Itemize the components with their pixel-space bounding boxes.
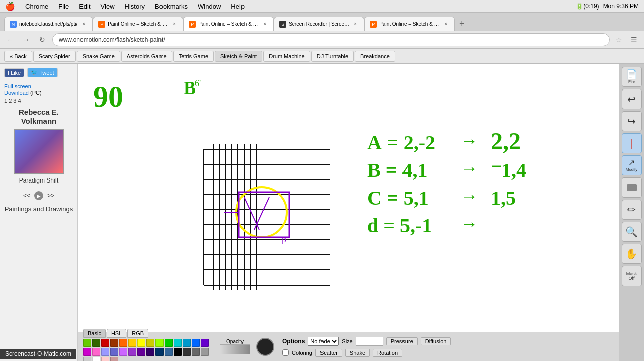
color-swatch[interactable]: [101, 348, 109, 356]
color-swatch[interactable]: [83, 357, 91, 362]
facebook-like-button[interactable]: f Like: [4, 68, 24, 77]
color-swatch[interactable]: [192, 339, 200, 347]
tool-undo[interactable]: ↩: [622, 89, 642, 109]
color-swatch[interactable]: [137, 339, 145, 347]
size-input[interactable]: [356, 337, 383, 346]
tool-file[interactable]: 📄 File: [622, 67, 642, 87]
menu-window[interactable]: Window: [193, 0, 226, 12]
diffusion-button[interactable]: Diffusion: [421, 337, 451, 345]
tab-1-close[interactable]: ×: [80, 21, 87, 28]
tool-modify[interactable]: ↗ Modify: [622, 155, 642, 175]
color-swatch[interactable]: [92, 357, 100, 362]
canvas-area[interactable]: Basic HSL RGB Opacity Options: [78, 64, 619, 361]
color-swatch[interactable]: [183, 339, 191, 347]
color-swatch[interactable]: [174, 348, 182, 356]
coloring-checkbox[interactable]: [282, 349, 289, 356]
menu-help[interactable]: Help: [226, 0, 250, 12]
forward-button[interactable]: →: [20, 34, 32, 46]
tab-3[interactable]: P Paint Online – Sketch & P... ×: [183, 17, 274, 31]
back-button[interactable]: ←: [4, 34, 16, 46]
new-tab-button[interactable]: +: [455, 17, 469, 31]
tab-5-close[interactable]: ×: [442, 21, 449, 28]
bookmark-dj-turntable[interactable]: DJ Turntable: [311, 51, 354, 62]
refresh-button[interactable]: ↻: [36, 34, 48, 46]
color-swatch[interactable]: [83, 339, 91, 347]
bookmark-breakdance[interactable]: Breakdance: [355, 51, 395, 62]
color-swatch[interactable]: [146, 348, 154, 356]
color-swatch[interactable]: [165, 348, 173, 356]
rotation-button[interactable]: Rotation: [373, 349, 403, 357]
tab-5[interactable]: P Paint Online – Sketch & P... ×: [364, 17, 455, 31]
shake-button[interactable]: Shake: [345, 349, 370, 357]
prev-button[interactable]: <<: [21, 191, 32, 200]
current-color-box[interactable]: [256, 338, 274, 356]
menu-history[interactable]: History: [120, 0, 150, 12]
url-bar-input[interactable]: www.onemotion.com/flash/sketch-paint/: [52, 33, 610, 46]
tab-1[interactable]: N notebook.lausd.net/pls/pti/ ×: [4, 17, 93, 31]
tool-pen[interactable]: ✏: [622, 200, 642, 220]
menu-file[interactable]: File: [53, 0, 74, 12]
tool-hand[interactable]: ✋: [622, 244, 642, 264]
bookmark-scary-spider[interactable]: Scary Spider: [33, 51, 76, 62]
bookmark-snake-game[interactable]: Snake Game: [77, 51, 120, 62]
tab-4[interactable]: S Screen Recorder | Screenc... ×: [274, 17, 364, 31]
color-swatch[interactable]: [201, 339, 209, 347]
color-swatch[interactable]: [146, 339, 154, 347]
download-link[interactable]: Download: [4, 89, 29, 96]
color-swatch[interactable]: [137, 348, 145, 356]
color-swatch[interactable]: [128, 348, 136, 356]
color-swatch[interactable]: [101, 357, 109, 362]
fade-select[interactable]: No fade Linear Radial: [308, 337, 339, 346]
color-swatch[interactable]: [110, 339, 118, 347]
scatter-button[interactable]: Scatter: [315, 349, 342, 357]
color-swatch[interactable]: [128, 339, 136, 347]
color-swatch[interactable]: [119, 348, 127, 356]
tab-hsl[interactable]: HSL: [107, 329, 126, 338]
menu-view[interactable]: View: [96, 0, 120, 12]
color-swatch[interactable]: [110, 357, 118, 362]
bookmark-asteroids[interactable]: Asteroids Game: [121, 51, 172, 62]
drawing-canvas[interactable]: [78, 64, 619, 361]
tool-mask[interactable]: MaskOff: [622, 266, 642, 286]
bookmark-sketch-paint[interactable]: Sketch & Paint: [215, 51, 262, 62]
tab-rgb[interactable]: RGB: [127, 329, 148, 338]
color-swatch[interactable]: [155, 348, 164, 356]
apple-menu[interactable]: 🍎: [0, 2, 20, 11]
color-swatch[interactable]: [201, 348, 209, 356]
color-swatch[interactable]: [165, 339, 173, 347]
tool-zoom[interactable]: 🔍: [622, 222, 642, 242]
play-button[interactable]: ▶: [34, 191, 43, 200]
color-swatch[interactable]: [174, 339, 182, 347]
color-swatch[interactable]: [92, 339, 100, 347]
next-button[interactable]: >>: [45, 191, 56, 200]
bookmark-drum-machine[interactable]: Drum Machine: [263, 51, 310, 62]
tab-2[interactable]: P Paint Online – Sketch & P... ×: [93, 17, 183, 31]
tab-2-close[interactable]: ×: [171, 21, 178, 28]
menu-chrome[interactable]: Chrome: [20, 0, 53, 12]
bookmark-back[interactable]: « Back: [4, 51, 32, 62]
color-swatch[interactable]: [119, 339, 127, 347]
user-thumbnail[interactable]: [14, 129, 64, 174]
color-swatch[interactable]: [83, 348, 91, 356]
settings-button[interactable]: ☰: [628, 34, 640, 46]
color-swatch[interactable]: [183, 348, 191, 356]
color-swatch[interactable]: [92, 348, 100, 356]
tool-redo[interactable]: ↪: [622, 111, 642, 131]
opacity-slider[interactable]: [220, 344, 250, 354]
bookmark-star[interactable]: ☆: [614, 36, 624, 44]
pressure-button[interactable]: Pressure: [386, 337, 418, 345]
menu-edit[interactable]: Edit: [74, 0, 95, 12]
fullscreen-link[interactable]: Full screen: [4, 83, 31, 89]
color-swatch[interactable]: [101, 339, 109, 347]
tab-3-close[interactable]: ×: [261, 21, 268, 28]
color-swatch[interactable]: [110, 348, 118, 356]
tool-eraser[interactable]: [622, 177, 642, 198]
tab-basic[interactable]: Basic: [83, 329, 106, 338]
menu-bookmarks[interactable]: Bookmarks: [150, 0, 193, 12]
bookmark-tetris[interactable]: Tetris Game: [173, 51, 214, 62]
color-swatch[interactable]: [192, 348, 200, 356]
color-swatch[interactable]: [155, 339, 164, 347]
tool-brush[interactable]: |: [622, 133, 642, 153]
tab-4-close[interactable]: ×: [352, 21, 359, 28]
twitter-tweet-button[interactable]: 🐦 Tweet: [27, 68, 57, 77]
